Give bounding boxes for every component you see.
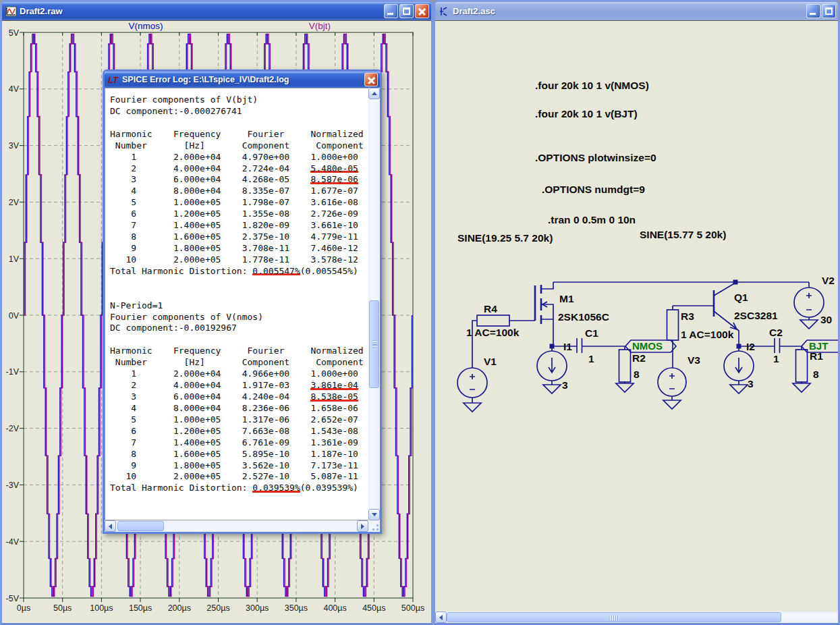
red-underline-annotation: 8.538e-05 (310, 391, 358, 402)
dialog-body: Fourier components of V(bjt)DC component… (105, 88, 380, 532)
log-line: Total Harmonic Distortion: 0.005547%(0.0… (110, 266, 368, 277)
spice-directive[interactable]: .OPTIONS numdgt=9 (542, 184, 645, 195)
close-button[interactable] (415, 4, 429, 18)
window-schematic: Draft2.asc (433, 0, 840, 625)
scroll-down-button[interactable] (368, 509, 380, 520)
component-label[interactable]: R4 (484, 303, 497, 315)
dialog-close-button[interactable] (364, 73, 378, 86)
x-axis-tick-label: 400µs (323, 603, 346, 613)
arrow-right-icon (361, 524, 367, 529)
minimize-button[interactable] (384, 4, 398, 18)
maximize-button[interactable] (822, 4, 836, 18)
log-line: 1 2.000e+04 4.966e+00 1.000e+00 (110, 369, 368, 380)
component-label[interactable]: R3 (681, 310, 694, 322)
log-line: N-Period=1 (110, 300, 368, 312)
minimize-icon (810, 13, 816, 15)
minimize-button[interactable] (806, 4, 820, 18)
resize-grip[interactable] (368, 520, 380, 532)
y-axis-tick-label: -3V (6, 481, 20, 490)
log-line: 9 1.800e+05 3.562e-10 7.173e-11 (110, 460, 368, 472)
log-vscrollbar[interactable] (368, 88, 380, 520)
x-axis-tick-label: 50µs (53, 603, 72, 613)
log-line: 2 4.000e+04 2.724e-04 5.480e-05 (110, 163, 368, 175)
ltspice-workspace: Draft2.raw 5V4V3V2V1V0V-1V-2V-3V-4V-5V0µ… (0, 0, 840, 625)
ground-i2 (730, 385, 748, 393)
log-text: Fourier components of V(bjt)DC component… (105, 88, 368, 520)
scrollbar-thumb[interactable] (369, 300, 379, 388)
spice-directive[interactable]: .four 20k 10 1 v(NMOS) (535, 80, 649, 91)
ltspice-logo-icon: LT (108, 74, 119, 85)
component-label[interactable]: I2 (746, 341, 755, 352)
maximize-icon (403, 7, 410, 15)
ground-r1 (793, 383, 810, 392)
component-label[interactable]: 3 (748, 378, 754, 389)
component-label[interactable]: C1 (585, 327, 598, 339)
junction-dot (550, 344, 555, 349)
x-axis-tick-label: 500µs (401, 603, 424, 613)
component-label[interactable]: 30 (820, 314, 832, 325)
component-label[interactable]: 1 (773, 353, 779, 364)
y-axis-tick-label: 2V (9, 198, 20, 207)
log-line: Harmonic Frequency Fourier Normalized (110, 346, 368, 357)
component-label[interactable]: 2SK1056C (558, 311, 609, 323)
component-label[interactable]: 1 AC=100k (681, 329, 734, 340)
component-label[interactable]: R2 (632, 352, 646, 364)
log-line: 3 6.000e+04 4.240e-04 8.538e-05 (110, 391, 368, 403)
component-label[interactable]: V2 (822, 275, 835, 286)
log-line: Number [Hz] Component Component (110, 140, 368, 152)
log-hscrollbar[interactable] (105, 520, 368, 532)
schematic-hscrollbar[interactable] (435, 612, 838, 623)
component-label[interactable]: 1 (588, 353, 594, 364)
arrow-left-icon (106, 524, 112, 529)
component-label[interactable]: I1 (563, 341, 572, 352)
component-label[interactable]: R1 (810, 350, 823, 362)
component-label[interactable]: 8 (813, 369, 819, 380)
dialog-titlebar[interactable]: LT SPICE Error Log: E:\LTspice_IV\Draft2… (105, 72, 380, 88)
component-label[interactable]: C2 (769, 327, 783, 338)
titlebar-waveform[interactable]: Draft2.raw (2, 2, 431, 20)
component-label[interactable]: V1 (484, 356, 497, 367)
legend-trace-Vnmos[interactable]: V(nmos) (128, 21, 163, 31)
dialog-title: SPICE Error Log: E:\LTspice_IV\Draft2.lo… (122, 75, 362, 84)
legend-trace-Vbjt[interactable]: V(bjt) (309, 21, 331, 31)
x-axis-tick-label: 150µs (129, 603, 152, 613)
spice-directive[interactable]: SINE(15.77 5 20k) (640, 229, 726, 240)
component-label[interactable]: Q1 (734, 292, 748, 303)
y-axis-tick-label: 0V (9, 311, 20, 321)
component-label[interactable]: 3 (562, 379, 568, 391)
scroll-right-button[interactable] (357, 520, 368, 532)
x-axis-tick-label: 100µs (90, 603, 113, 613)
scroll-left-button[interactable] (105, 520, 116, 532)
net-label-bjt[interactable]: BJT (809, 340, 828, 352)
titlebar-schematic[interactable]: Draft2.asc (435, 2, 838, 20)
log-line: 3 6.000e+04 4.268e-05 8.587e-06 (110, 174, 368, 186)
spice-directive[interactable]: .four 20k 10 1 v(BJT) (535, 108, 638, 119)
scroll-left-button[interactable] (435, 612, 447, 623)
log-line: Number [Hz] Component Component (110, 357, 368, 369)
x-axis-tick-label: 0µs (17, 603, 30, 613)
q1-collector (714, 283, 735, 296)
schematic-canvas[interactable]: .four 20k 10 1 v(NMOS).four 20k 10 1 v(B… (435, 21, 838, 612)
x-axis-tick-label: 450µs (362, 603, 385, 613)
net-label-nmos[interactable]: NMOS (632, 340, 663, 352)
log-line: DC component:-0.000276741 (110, 106, 368, 117)
spice-directive[interactable]: SINE(19.25 5.7 20k) (457, 232, 553, 244)
x-axis-tick-label: 250µs (206, 603, 229, 613)
m1-drain (541, 282, 553, 289)
spice-directive[interactable]: .OPTIONS plotwinsize=0 (535, 152, 656, 163)
component-label[interactable]: 8 (634, 369, 640, 380)
schematic-pane: .four 20k 10 1 v(NMOS).four 20k 10 1 v(B… (435, 20, 838, 612)
spice-directive[interactable]: .tran 0 0.5m 0 10n (548, 214, 636, 225)
log-line: 2 4.000e+04 1.917e-03 3.861e-04 (110, 380, 368, 391)
component-label[interactable]: 2SC3281 (734, 310, 778, 321)
red-underline-annotation: 5.480e-05 (310, 163, 358, 173)
scroll-up-button[interactable] (368, 88, 380, 99)
component-label[interactable]: V3 (688, 354, 700, 366)
component-label[interactable]: 1 AC=100k (466, 327, 520, 338)
scrollbar-thumb[interactable] (447, 612, 781, 622)
maximize-button[interactable] (399, 4, 414, 18)
log-line (110, 289, 368, 300)
scrollbar-thumb[interactable] (117, 521, 164, 531)
ground-v1 (464, 403, 481, 412)
component-label[interactable]: M1 (559, 293, 574, 304)
